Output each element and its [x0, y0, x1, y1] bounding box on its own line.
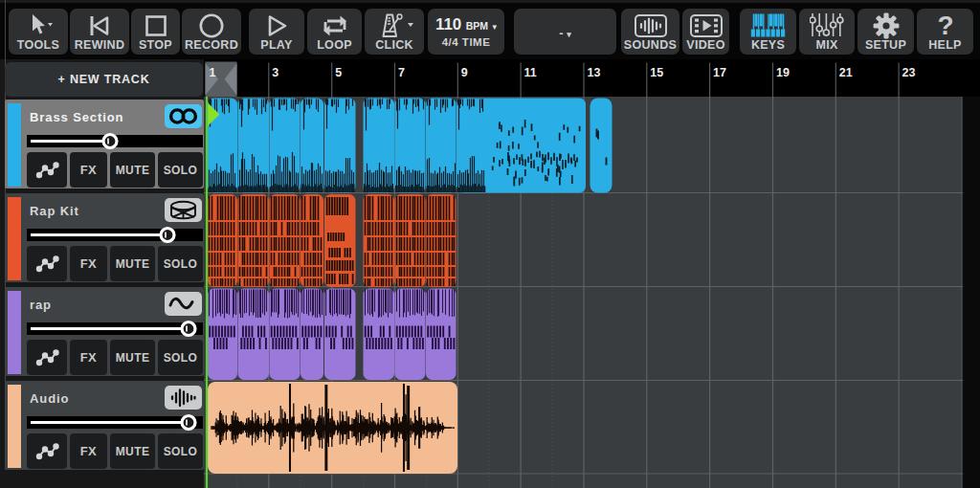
- svg-text:1: 1: [210, 66, 216, 79]
- svg-text:19: 19: [776, 66, 790, 79]
- svg-text:17: 17: [713, 66, 726, 79]
- svg-text:9: 9: [461, 66, 468, 79]
- svg-text:15: 15: [650, 66, 663, 79]
- svg-text:13: 13: [588, 66, 601, 79]
- svg-text:23: 23: [902, 66, 916, 79]
- svg-text:11: 11: [524, 66, 537, 79]
- svg-text:21: 21: [839, 66, 853, 79]
- svg-text:3: 3: [272, 66, 278, 79]
- svg-text:7: 7: [398, 66, 405, 79]
- svg-text:5: 5: [335, 66, 342, 79]
